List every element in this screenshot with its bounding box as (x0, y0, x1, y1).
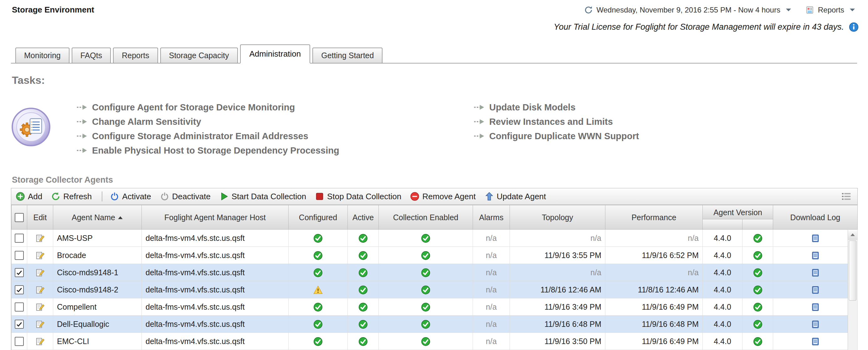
main-tab-bar: MonitoringFAQtsReportsStorage CapacityAd… (11, 44, 857, 64)
start-data-collection-button[interactable]: Start Data Collection (219, 192, 306, 202)
deactivate-button[interactable]: Deactivate (160, 192, 211, 202)
add-button[interactable]: Add (16, 192, 42, 202)
tab-monitoring[interactable]: Monitoring (16, 47, 69, 63)
column-header-edit[interactable]: Edit (27, 205, 53, 230)
status-ok-icon (359, 251, 368, 260)
row-checkbox[interactable] (15, 303, 24, 312)
tab-storage-capacity[interactable]: Storage Capacity (160, 47, 238, 63)
update-agent-button[interactable]: Update Agent (485, 192, 546, 202)
time-range-selector[interactable]: Wednesday, November 9, 2016 2:55 PM - No… (584, 6, 792, 14)
row-checkbox[interactable] (15, 337, 24, 346)
column-header-configured[interactable]: Configured (288, 205, 348, 230)
agent-row-dell-equallogic[interactable]: Dell-Equallogicdelta-fms-vm4.vfs.stc.us.… (11, 316, 858, 333)
performance-cell: 11/9/16 6:52 PM (606, 247, 703, 264)
task-link-label: Update Disk Models (489, 102, 576, 113)
column-header-download-log[interactable]: Download Log (773, 205, 858, 230)
download-log-icon[interactable] (811, 337, 820, 346)
scrollbar-thumb[interactable] (849, 241, 857, 301)
status-ok-icon (313, 320, 323, 329)
task-link-enable-physical-host-to-storage-dependency-processing[interactable]: Enable Physical Host to Storage Dependen… (76, 143, 474, 158)
status-ok-icon (313, 268, 323, 277)
row-checkbox[interactable] (15, 285, 24, 294)
table-scrollbar[interactable] (848, 230, 857, 350)
download-log-icon[interactable] (811, 268, 820, 277)
edit-icon[interactable] (35, 337, 45, 346)
agent-row-emc-cli[interactable]: EMC-CLIdelta-fms-vm4.vfs.stc.us.qsftn/a1… (11, 333, 858, 350)
column-header-alarms[interactable]: Alarms (473, 205, 510, 230)
reports-menu[interactable]: Reports (805, 6, 856, 14)
performance-cell: 11/9/16 6:49 PM (606, 333, 703, 350)
download-log-icon[interactable] (811, 234, 820, 243)
download-log-icon[interactable] (811, 251, 820, 260)
agent-name-cell: Compellent (53, 299, 142, 316)
scroll-up-button[interactable] (848, 230, 857, 240)
tab-reports[interactable]: Reports (113, 47, 158, 63)
column-header-performance[interactable]: Performance (606, 205, 703, 230)
remove-agent-button[interactable]: Remove Agent (410, 192, 476, 202)
stop-data-collection-button[interactable]: Stop Data Collection (315, 192, 401, 202)
tab-faqts[interactable]: FAQts (72, 47, 111, 63)
row-checkbox[interactable] (15, 251, 24, 260)
task-link-update-disk-models[interactable]: Update Disk Models (474, 100, 639, 114)
agents-grid: AddRefreshActivateDeactivateStart Data C… (11, 188, 858, 350)
task-arrow-icon (474, 133, 485, 139)
edit-icon[interactable] (35, 268, 45, 277)
status-ok-icon (421, 268, 430, 277)
info-icon[interactable] (849, 22, 859, 32)
row-checkbox[interactable] (15, 234, 24, 243)
performance-cell: 11/9/16 6:49 PM (606, 299, 703, 316)
edit-icon[interactable] (35, 234, 45, 243)
column-header-agent-version[interactable]: Agent Version (703, 205, 773, 219)
edit-icon[interactable] (35, 251, 45, 260)
download-log-icon[interactable] (811, 303, 820, 312)
status-ok-icon (313, 251, 323, 260)
column-header-host[interactable]: Foglight Agent Manager Host (142, 205, 288, 230)
download-log-icon[interactable] (811, 285, 820, 294)
task-link-review-instances-and-limits[interactable]: Review Instances and Limits (474, 114, 639, 129)
stop-icon (315, 192, 324, 201)
agent-row-cisco-mds9148-1[interactable]: Cisco-mds9148-1delta-fms-vm4.vfs.stc.us.… (11, 264, 858, 281)
task-link-configure-storage-administrator-email-addresses[interactable]: Configure Storage Administrator Email Ad… (76, 129, 474, 143)
download-log-icon[interactable] (811, 320, 820, 329)
agent-host-cell: delta-fms-vm4.vfs.stc.us.qsft (142, 281, 288, 299)
agent-row-ams-usp[interactable]: AMS-USPdelta-fms-vm4.vfs.stc.us.qsftn/an… (11, 230, 858, 247)
status-ok-icon (359, 268, 368, 277)
reports-label: Reports (818, 6, 844, 14)
status-ok-icon (753, 251, 763, 260)
grid-menu-icon[interactable] (841, 192, 852, 201)
task-link-configure-duplicate-wwn-support[interactable]: Configure Duplicate WWN Support (474, 129, 639, 143)
topology-cell: n/a (510, 264, 606, 281)
task-link-configure-agent-for-storage-device-monitoring[interactable]: Configure Agent for Storage Device Monit… (76, 100, 474, 114)
refresh-button[interactable]: Refresh (51, 192, 92, 202)
edit-icon[interactable] (35, 303, 45, 312)
tab-administration[interactable]: Administration (240, 44, 311, 64)
status-ok-icon (313, 303, 323, 312)
agent-version-cell: 4.4.0 (703, 299, 742, 316)
license-notice: Your Trial License for Foglight for Stor… (554, 22, 844, 32)
agent-host-cell: delta-fms-vm4.vfs.stc.us.qsft (142, 247, 288, 264)
edit-icon[interactable] (35, 285, 45, 294)
task-link-change-alarm-sensitivity[interactable]: Change Alarm Sensitivity (76, 114, 474, 129)
tab-getting-started[interactable]: Getting Started (312, 47, 382, 63)
toolbar-button-label: Update Agent (497, 192, 546, 202)
status-ok-icon (753, 234, 763, 243)
row-checkbox[interactable] (15, 268, 24, 277)
task-link-label: Review Instances and Limits (489, 117, 613, 127)
tasks-column-1: Configure Agent for Storage Device Monit… (76, 100, 474, 158)
activate-button[interactable]: Activate (110, 192, 151, 202)
agent-row-compellent[interactable]: Compellentdelta-fms-vm4.vfs.stc.us.qsftn… (11, 299, 858, 316)
column-header-active[interactable]: Active (348, 205, 379, 230)
topology-cell: 11/9/16 3:50 PM (510, 333, 606, 350)
edit-icon[interactable] (35, 320, 45, 329)
status-ok-icon (753, 320, 763, 329)
agent-row-brocade[interactable]: Brocadedelta-fms-vm4.vfs.stc.us.qsftn/a1… (11, 247, 858, 264)
task-arrow-icon (474, 104, 485, 110)
select-all-checkbox[interactable] (15, 213, 24, 222)
column-header-topology[interactable]: Topology (510, 205, 606, 230)
row-checkbox[interactable] (15, 320, 24, 329)
agent-row-cisco-mds9148-2[interactable]: Cisco-mds9148-2delta-fms-vm4.vfs.stc.us.… (11, 281, 858, 299)
column-header-agent-name[interactable]: Agent Name (53, 205, 142, 230)
status-ok-icon (753, 268, 763, 277)
column-header-collection-enabled[interactable]: Collection Enabled (379, 205, 473, 230)
agent-version-cell: 4.4.0 (703, 247, 742, 264)
